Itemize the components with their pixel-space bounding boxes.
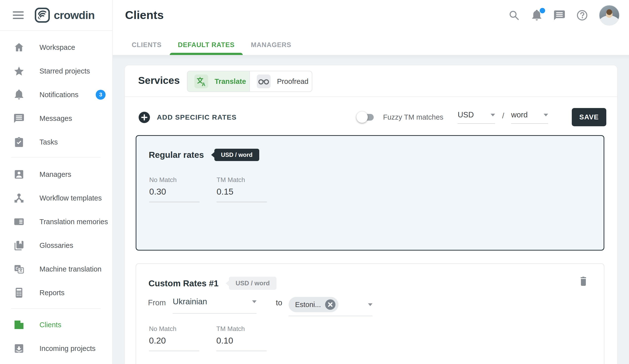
no-match-rate-input[interactable]: 0.30 bbox=[149, 187, 199, 202]
source-language-value: Ukrainian bbox=[173, 297, 207, 306]
delete-custom-rates-button[interactable] bbox=[578, 275, 589, 287]
sidebar-item-label: Translation memories bbox=[39, 218, 108, 226]
custom-rates-unit-badge: USD / word bbox=[229, 277, 277, 290]
chevron-down-icon bbox=[368, 303, 372, 306]
header: Clients CLIENTS DEFAULT RATES MANAGERS bbox=[113, 0, 629, 55]
tm-match-rate-input[interactable]: 0.10 bbox=[216, 336, 267, 351]
target-language-select[interactable]: Estoni... bbox=[289, 296, 372, 316]
home-icon bbox=[13, 42, 24, 53]
currency-select[interactable]: USD bbox=[458, 111, 495, 124]
unread-notification-dot bbox=[540, 8, 545, 13]
add-specific-rates-label: ADD SPECIFIC RATES bbox=[157, 114, 237, 121]
sidebar-item-notifications[interactable]: Notifications 3 bbox=[0, 83, 112, 107]
sidebar-item-glossaries[interactable]: Glossaries bbox=[0, 234, 112, 257]
sidebar-logo-row: crowdin bbox=[0, 0, 112, 31]
source-language-select[interactable]: Ukrainian bbox=[173, 296, 257, 314]
fuzzy-tm-label: Fuzzy TM matches bbox=[383, 113, 443, 121]
sidebar-item-starred-projects[interactable]: Starred projects bbox=[0, 59, 112, 83]
messages-chat-icon[interactable] bbox=[554, 9, 565, 21]
sidebar-item-label: Reports bbox=[39, 289, 65, 297]
inbox-download-icon bbox=[13, 343, 24, 354]
no-match-field: No Match 0.20 bbox=[149, 325, 199, 351]
proofread-service-button[interactable]: Proofread bbox=[250, 71, 312, 92]
chevron-down-icon bbox=[544, 114, 548, 117]
regular-rates-card: Regular rates USD / word No Match 0.30 T… bbox=[136, 135, 604, 250]
tm-match-field: TM Match 0.15 bbox=[217, 176, 267, 202]
sidebar-divider bbox=[11, 308, 101, 309]
search-icon[interactable] bbox=[508, 9, 520, 21]
sidebar-item-translation-memories[interactable]: Translation memories bbox=[0, 210, 112, 234]
chevron-down-icon bbox=[252, 300, 257, 303]
sidebar-item-label: Tasks bbox=[39, 138, 58, 146]
sidebar-item-label: Clients bbox=[39, 321, 61, 329]
custom-rates-title: Custom Rates #1 bbox=[149, 278, 219, 288]
sidebar-item-label: Workflow templates bbox=[39, 194, 102, 202]
sidebar-item-clients[interactable]: Clients bbox=[0, 313, 112, 337]
sidebar-item-messages[interactable]: Messages bbox=[0, 107, 112, 130]
sidebar-group-clients: Clients Incoming projects bbox=[0, 313, 112, 360]
logo-wordmark: crowdin bbox=[54, 9, 95, 22]
sidebar-item-label: Machine translation bbox=[39, 265, 101, 273]
regular-rates-unit-badge: USD / word bbox=[214, 149, 259, 161]
unit-select[interactable]: word bbox=[511, 111, 548, 124]
building-icon bbox=[13, 319, 24, 330]
translate-icon: A bbox=[194, 75, 208, 88]
fuzzy-tm-toggle[interactable] bbox=[358, 112, 374, 123]
field-label: No Match bbox=[149, 176, 199, 184]
sidebar-group-personal: Workspace Starred projects Notifications… bbox=[0, 35, 112, 154]
bell-icon bbox=[13, 89, 24, 100]
sidebar-item-label: Workspace bbox=[39, 43, 75, 52]
crowdin-logo[interactable]: crowdin bbox=[34, 7, 95, 23]
tab-default-rates[interactable]: DEFAULT RATES bbox=[178, 41, 235, 55]
sidebar-item-workspace[interactable]: Workspace bbox=[0, 35, 112, 59]
sidebar-divider bbox=[11, 157, 101, 158]
user-avatar[interactable] bbox=[599, 5, 620, 26]
default-rates-panel: Services A Translate Proofread bbox=[125, 65, 617, 364]
sidebar-item-label: Messages bbox=[39, 115, 72, 122]
add-specific-rates-button[interactable]: ADD SPECIFIC RATES bbox=[138, 112, 237, 123]
remove-language-icon[interactable] bbox=[325, 299, 335, 310]
svg-text:A: A bbox=[202, 82, 205, 87]
field-label: No Match bbox=[149, 325, 199, 333]
notifications-bell-icon[interactable] bbox=[531, 9, 543, 21]
sidebar-item-tasks[interactable]: Tasks bbox=[0, 130, 112, 154]
help-icon[interactable] bbox=[576, 9, 588, 21]
sidebar-item-reports[interactable]: Reports bbox=[0, 281, 112, 305]
currency-value: USD bbox=[458, 111, 473, 119]
rates-controls: Fuzzy TM matches USD / word SAVE bbox=[358, 107, 606, 127]
sidebar-item-label: Managers bbox=[39, 170, 71, 179]
sidebar-item-label: Glossaries bbox=[39, 242, 73, 249]
no-match-rate-input[interactable]: 0.20 bbox=[149, 336, 199, 351]
sidebar-item-label: Notifications bbox=[39, 91, 78, 99]
language-pair-row: From Ukrainian to Estoni... bbox=[148, 296, 372, 316]
regular-rates-title: Regular rates bbox=[149, 150, 204, 160]
content-area: Services A Translate Proofread bbox=[113, 55, 629, 364]
sidebar-item-managers[interactable]: Managers bbox=[0, 162, 112, 186]
sidebar: crowdin Workspace Starred projects N bbox=[0, 0, 113, 364]
no-match-field: No Match 0.30 bbox=[149, 176, 199, 202]
translate-service-button[interactable]: A Translate bbox=[187, 71, 250, 92]
chat-icon bbox=[13, 113, 24, 124]
star-icon bbox=[13, 66, 24, 76]
glasses-icon bbox=[257, 75, 271, 88]
tm-match-rate-input[interactable]: 0.15 bbox=[217, 187, 267, 202]
person-card-icon bbox=[13, 169, 24, 180]
from-label: From bbox=[148, 298, 166, 307]
target-language-chip-label: Estoni... bbox=[295, 301, 321, 309]
header-icons bbox=[508, 4, 620, 26]
tab-managers[interactable]: MANAGERS bbox=[251, 41, 291, 55]
trash-icon bbox=[578, 275, 589, 287]
to-label: to bbox=[276, 298, 282, 307]
target-language-chip[interactable]: Estoni... bbox=[289, 297, 338, 312]
field-label: TM Match bbox=[216, 325, 267, 333]
sidebar-item-workflow-templates[interactable]: Workflow templates bbox=[0, 186, 112, 210]
sidebar-item-incoming-projects[interactable]: Incoming projects bbox=[0, 337, 112, 360]
memory-card-icon bbox=[13, 216, 24, 227]
sidebar-item-machine-translation[interactable]: G Machine translation bbox=[0, 257, 112, 281]
clipboard-check-icon bbox=[13, 137, 24, 147]
service-switcher: A Translate Proofread bbox=[187, 71, 312, 92]
tab-clients[interactable]: CLIENTS bbox=[132, 41, 161, 55]
sidebar-item-label: Starred projects bbox=[39, 67, 90, 75]
save-button[interactable]: SAVE bbox=[572, 108, 606, 126]
hamburger-menu-icon[interactable] bbox=[13, 9, 24, 21]
